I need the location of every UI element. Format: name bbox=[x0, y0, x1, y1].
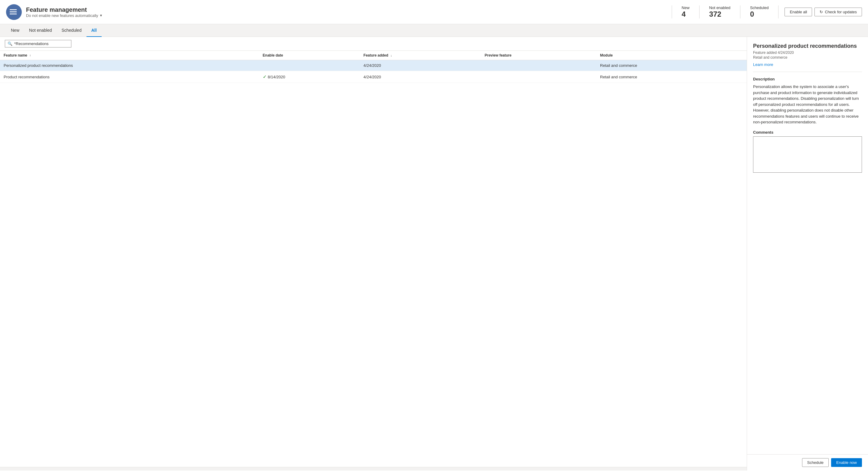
stat-not-enabled-value: 372 bbox=[709, 10, 731, 19]
tab-not-enabled[interactable]: Not enabled bbox=[24, 24, 57, 37]
col-feature-name[interactable]: Feature name ↑ bbox=[0, 51, 259, 60]
cell-preview-feature bbox=[481, 60, 596, 71]
cell-feature-name: Product recommendations bbox=[0, 71, 259, 83]
stat-not-enabled-label: Not enabled bbox=[709, 5, 731, 10]
chevron-down-icon: ▼ bbox=[99, 13, 102, 17]
comments-textarea[interactable] bbox=[753, 136, 862, 173]
learn-more-link[interactable]: Learn more bbox=[753, 62, 773, 67]
detail-module: Retail and commerce bbox=[753, 55, 862, 60]
table-row[interactable]: Personalized product recommendations4/24… bbox=[0, 60, 747, 71]
header-actions: Enable all ↻ Check for updates bbox=[784, 7, 862, 16]
cell-enable-date: ✓ 8/14/2020 bbox=[259, 71, 360, 83]
tab-all[interactable]: All bbox=[87, 24, 102, 37]
cell-preview-feature bbox=[481, 71, 596, 83]
detail-divider bbox=[753, 72, 862, 72]
svg-rect-0 bbox=[10, 9, 17, 10]
app-logo bbox=[6, 4, 22, 20]
stat-scheduled-value: 0 bbox=[750, 10, 769, 19]
detail-panel: Personalized product recommendations Fea… bbox=[747, 37, 868, 471]
cell-feature-added: 4/24/2020 bbox=[360, 71, 481, 83]
detail-footer: Schedule Enable now bbox=[747, 454, 868, 471]
stat-new-label: New bbox=[682, 5, 689, 10]
sort-asc-icon: ↑ bbox=[29, 54, 31, 57]
enable-all-button[interactable]: Enable all bbox=[784, 7, 812, 16]
sort-desc-icon: ↓ bbox=[391, 54, 392, 57]
enable-now-label: Enable now bbox=[836, 460, 857, 465]
enable-now-button[interactable]: Enable now bbox=[831, 458, 862, 467]
detail-description-text: Personalization allows the system to ass… bbox=[753, 84, 862, 125]
tab-scheduled[interactable]: Scheduled bbox=[57, 24, 87, 37]
table-header-row: Feature name ↑ Enable date Feature added… bbox=[0, 51, 747, 60]
enable-all-label: Enable all bbox=[790, 10, 807, 14]
check-updates-label: Check for updates bbox=[825, 10, 857, 14]
header-title-block: Feature management Do not enable new fea… bbox=[26, 6, 672, 18]
stat-new: New 4 bbox=[672, 5, 700, 19]
cell-feature-added: 4/24/2020 bbox=[360, 60, 481, 71]
cell-enable-date bbox=[259, 60, 360, 71]
cell-module: Retail and commerce bbox=[596, 71, 747, 83]
subtitle-text: Do not enable new features automatically bbox=[26, 13, 98, 18]
refresh-icon: ↻ bbox=[819, 10, 823, 14]
search-icon: 🔍 bbox=[7, 41, 12, 46]
cell-feature-name: Personalized product recommendations bbox=[0, 60, 259, 71]
stat-not-enabled: Not enabled 372 bbox=[700, 5, 740, 19]
search-input-wrapper: 🔍 bbox=[5, 40, 71, 47]
stat-scheduled: Scheduled 0 bbox=[740, 5, 778, 19]
tab-bar: New Not enabled Scheduled All bbox=[0, 24, 868, 37]
stat-scheduled-label: Scheduled bbox=[750, 5, 769, 10]
stat-new-value: 4 bbox=[682, 10, 689, 19]
schedule-label: Schedule bbox=[807, 460, 824, 465]
horizontal-scrollbar[interactable] bbox=[0, 467, 747, 471]
page-header: Feature management Do not enable new fea… bbox=[0, 0, 868, 24]
left-panel: 🔍 Feature name ↑ Enable date bbox=[0, 37, 747, 471]
search-bar: 🔍 bbox=[0, 37, 747, 51]
description-label: Description bbox=[753, 77, 862, 81]
enabled-check-icon: ✓ bbox=[263, 74, 267, 79]
check-updates-button[interactable]: ↻ Check for updates bbox=[814, 7, 862, 16]
col-module[interactable]: Module bbox=[596, 51, 747, 60]
main-content: 🔍 Feature name ↑ Enable date bbox=[0, 37, 868, 471]
search-input[interactable] bbox=[14, 41, 69, 46]
cell-module: Retail and commerce bbox=[596, 60, 747, 71]
detail-feature-added: Feature added 4/24/2020 bbox=[753, 51, 862, 55]
tab-new[interactable]: New bbox=[6, 24, 24, 37]
feature-table-wrapper: Feature name ↑ Enable date Feature added… bbox=[0, 51, 747, 467]
logo-icon bbox=[10, 8, 18, 16]
detail-content: Personalized product recommendations Fea… bbox=[747, 37, 868, 454]
comments-label: Comments bbox=[753, 130, 862, 134]
page-title: Feature management bbox=[26, 6, 672, 13]
svg-rect-1 bbox=[10, 11, 17, 12]
table-row[interactable]: Product recommendations✓ 8/14/20204/24/2… bbox=[0, 71, 747, 83]
header-stats: New 4 Not enabled 372 Scheduled 0 bbox=[672, 5, 779, 19]
col-feature-added[interactable]: Feature added ↓ bbox=[360, 51, 481, 60]
feature-table: Feature name ↑ Enable date Feature added… bbox=[0, 51, 747, 83]
col-preview-feature[interactable]: Preview feature bbox=[481, 51, 596, 60]
schedule-button[interactable]: Schedule bbox=[802, 458, 829, 467]
detail-title: Personalized product recommendations bbox=[753, 43, 862, 49]
svg-rect-2 bbox=[10, 13, 17, 14]
col-enable-date[interactable]: Enable date bbox=[259, 51, 360, 60]
header-subtitle[interactable]: Do not enable new features automatically… bbox=[26, 13, 672, 18]
